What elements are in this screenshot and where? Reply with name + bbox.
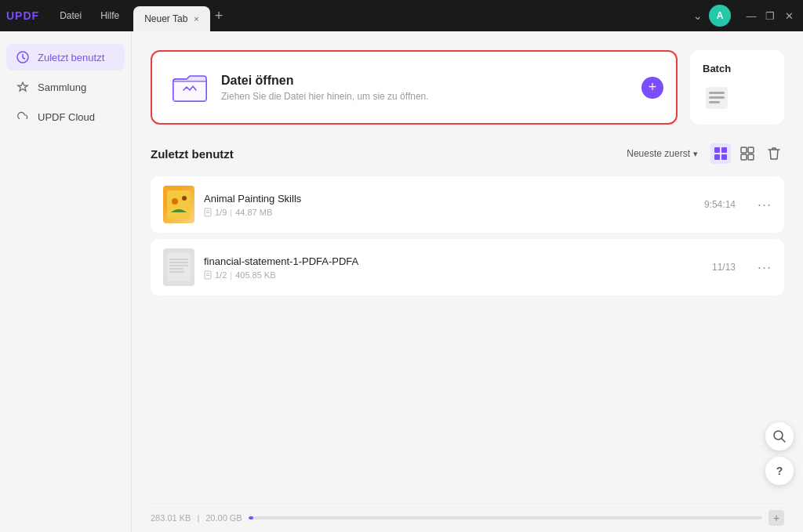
file-item[interactable]: financial-statement-1-PDFA-PDFA 1/2 | 40… [151,239,784,295]
menu-hilfe[interactable]: Hilfe [93,7,127,24]
sidebar: Zuletzt benutzt Sammlung UPDF Cloud [0,31,132,532]
svg-rect-21 [167,253,191,281]
menu-datei[interactable]: Datei [52,7,89,24]
file-size: 405.85 KB [235,270,275,280]
open-file-plus-btn[interactable]: + [641,77,663,99]
svg-point-17 [182,196,187,201]
file-meta: 1/9 | 44.87 MB [204,208,695,217]
file-more-btn[interactable]: ··· [758,259,772,276]
search-action-btn[interactable] [765,422,794,451]
dropdown-icon[interactable]: ⌄ [693,9,703,22]
storage-separator: | [197,513,199,523]
svg-rect-7 [714,147,720,153]
sidebar-item-cloud[interactable]: UPDF Cloud [6,103,125,130]
file-name: Animal Painting Skills [204,193,695,204]
file-info: Animal Painting Skills 1/9 | 44.87 MB [204,193,695,217]
neuer-tab[interactable]: Neuer Tab × [133,6,210,31]
folder-icon [171,69,209,107]
svg-rect-12 [748,147,754,153]
window-controls: — ❐ ✕ [743,8,797,24]
star-icon [16,80,30,94]
cloud-icon [16,110,30,124]
file-name: financial-statement-1-PDFA-PDFA [204,255,703,267]
file-thumbnail [163,186,194,223]
title-bar: UPDF Datei Hilfe Neuer Tab × + ⌄ A — ❐ ✕ [0,0,803,31]
svg-point-16 [172,198,178,204]
file-info: financial-statement-1-PDFA-PDFA 1/2 | 40… [204,255,703,280]
file-pages: 1/2 [215,270,227,280]
user-avatar[interactable]: A [709,5,731,27]
batch-title: Batch [703,63,731,74]
add-storage-btn[interactable]: + [768,510,784,526]
svg-rect-6 [709,101,720,103]
open-file-title: Datei öffnen [221,74,429,88]
maximize-btn[interactable]: ❐ [762,8,778,24]
tab-bar: Neuer Tab × + [133,0,693,31]
sort-label: Neueste zuerst [627,148,690,159]
new-tab-btn[interactable]: + [215,8,223,24]
storage-total: 20.00 GB [205,513,242,523]
svg-rect-15 [167,190,191,219]
storage-bar [249,516,762,519]
open-file-subtitle: Ziehen Sie die Datei hier hinein, um sie… [221,91,429,102]
file-time: 9:54:14 [704,199,736,210]
file-list: Animal Painting Skills 1/9 | 44.87 MB 9:… [151,176,784,295]
close-btn[interactable]: ✕ [781,8,797,24]
view-list-btn[interactable] [737,143,758,164]
title-controls: ⌄ A — ❐ ✕ [693,5,797,27]
sidebar-item-sammlung-label: Sammlung [38,81,86,93]
file-item[interactable]: Animal Painting Skills 1/9 | 44.87 MB 9:… [151,176,784,233]
svg-rect-2 [173,81,206,101]
menu-bar: Datei Hilfe [52,7,127,24]
file-time: 11/13 [712,262,736,273]
sort-control[interactable]: Neueste zuerst ▾ [627,148,698,159]
file-pages: 1/9 [215,208,227,217]
svg-rect-9 [714,154,720,160]
delete-btn[interactable] [764,143,784,164]
top-row: Datei öffnen Ziehen Sie die Datei hier h… [151,50,784,125]
clock-icon [16,50,30,64]
tab-close-btn[interactable]: × [194,14,198,24]
content-area: Datei öffnen Ziehen Sie die Datei hier h… [132,31,803,532]
help-action-btn[interactable]: ? [765,457,794,485]
file-size: 44.87 MB [235,208,272,217]
storage-used: 283.01 KB [151,513,191,523]
sort-arrow-icon: ▾ [693,149,698,159]
bottom-bar: 283.01 KB | 20.00 GB + [151,503,784,532]
open-file-card[interactable]: Datei öffnen Ziehen Sie die Datei hier h… [151,50,678,125]
file-more-btn[interactable]: ··· [758,197,772,213]
svg-rect-13 [741,154,747,160]
storage-fill [249,516,254,519]
view-controls [710,143,784,164]
svg-rect-5 [709,96,725,99]
batch-icon [703,84,731,112]
main-layout: Zuletzt benutzt Sammlung UPDF Cloud [0,31,803,532]
svg-rect-11 [741,147,747,153]
view-grid-btn[interactable] [710,143,731,164]
section-title: Zuletzt benutzt [151,147,234,161]
tab-label: Neuer Tab [144,13,187,24]
minimize-btn[interactable]: — [743,8,759,24]
file-meta: 1/2 | 405.85 KB [204,270,703,280]
sidebar-item-zuletzt-label: Zuletzt benutzt [38,52,104,63]
batch-card[interactable]: Batch [690,50,784,125]
right-actions: ? [765,422,794,485]
svg-rect-4 [709,92,725,94]
svg-rect-10 [721,154,727,160]
file-thumbnail [163,248,194,286]
svg-rect-8 [721,147,727,153]
section-header: Zuletzt benutzt Neueste zuerst ▾ [151,143,784,164]
svg-rect-14 [748,154,754,160]
help-icon: ? [776,465,783,477]
sidebar-item-cloud-label: UPDF Cloud [38,111,95,123]
app-logo: UPDF [6,9,39,22]
sidebar-item-sammlung[interactable]: Sammlung [6,74,125,100]
sidebar-item-zuletzt[interactable]: Zuletzt benutzt [6,44,125,71]
open-file-text: Datei öffnen Ziehen Sie die Datei hier h… [221,74,429,102]
